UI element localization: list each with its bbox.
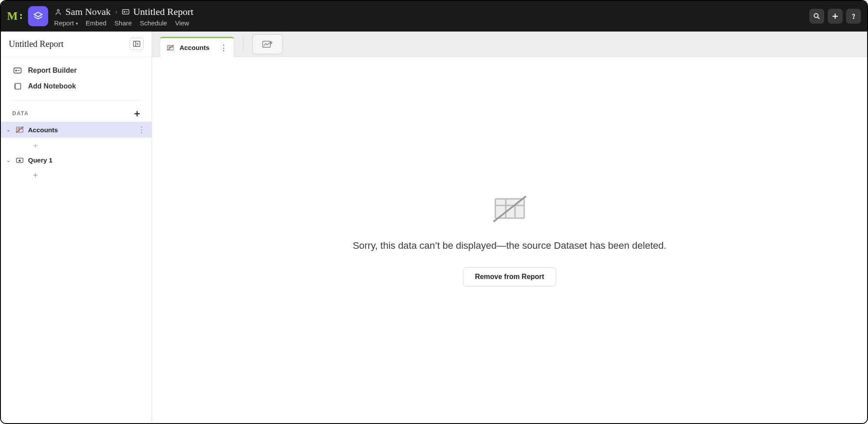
remove-from-report-button[interactable]: Remove from Report [463,267,556,286]
add-data-button[interactable]: ＋ [132,109,142,118]
tab-divider [243,38,243,51]
menubar: Report▾ Embed Share Schedule View [54,19,194,27]
svg-line-26 [167,45,174,50]
sidebar-data-header: DATA ＋ [1,101,152,122]
person-icon [54,8,62,16]
menu-view[interactable]: View [175,19,189,27]
notebook-icon [13,82,22,90]
sidebar-add-notebook[interactable]: Add Notebook [1,78,152,94]
add-button[interactable] [828,9,843,24]
data-item-query1-add[interactable]: ＋ [1,167,152,183]
sidebar-data-label: DATA [12,110,29,117]
breadcrumb-report[interactable]: Untitled Report [122,6,193,18]
menu-schedule[interactable]: Schedule [140,19,167,27]
app-logo[interactable]: M [7,10,22,23]
layers-icon [33,11,43,21]
report-icon [122,9,130,15]
tab-more-button[interactable]: ⋮ [220,43,228,53]
data-item-accounts[interactable]: ⌄ Accounts ⋮ [1,122,152,138]
chart-plus-icon [262,39,273,49]
body: Untitled Report Report Builder Add Noteb… [1,32,867,423]
sidebar: Untitled Report Report Builder Add Noteb… [1,32,152,423]
report-builder-icon [13,67,22,74]
svg-text:∗: ∗ [19,159,21,163]
main: Accounts ⋮ Sorry, this data can’t be dis… [152,32,867,423]
plus-icon [831,12,839,20]
caret-down-icon: ▾ [76,21,78,26]
menu-embed[interactable]: Embed [86,19,107,27]
svg-point-8 [853,18,854,19]
svg-marker-0 [34,12,42,17]
topbar-left: M Sam Novak › Untitled Report Report▾ Em… [7,1,194,32]
tabstrip: Accounts ⋮ [152,32,867,57]
svg-point-4 [814,14,818,18]
breadcrumb: Sam Novak › Untitled Report [54,6,194,18]
panel-collapse-icon [133,40,141,47]
svg-point-12 [15,70,17,71]
workspace-switcher[interactable] [28,6,48,26]
svg-rect-13 [15,83,21,89]
topbar-right [809,1,861,32]
help-button[interactable] [846,9,861,24]
canvas: Sorry, this data can’t be displayed—the … [152,57,867,423]
help-icon [850,12,857,20]
chevron-down-icon[interactable]: ⌄ [5,157,11,163]
breadcrumb-workspace-label: Sam Novak [66,6,111,18]
chevron-down-icon[interactable]: ⌄ [5,127,11,133]
query-icon: ∗ [15,157,25,164]
dataset-broken-icon [166,44,174,51]
breadcrumb-report-label: Untitled Report [133,6,193,18]
sidebar-add-notebook-label: Add Notebook [28,82,76,90]
menu-report[interactable]: Report▾ [54,19,78,27]
svg-line-20 [16,127,24,132]
data-item-more-button[interactable]: ⋮ [138,125,145,134]
tab-accounts[interactable]: Accounts ⋮ [160,37,234,57]
sidebar-report-builder-label: Report Builder [28,67,77,74]
empty-state-message: Sorry, this data can’t be displayed—the … [353,240,666,251]
data-item-label: Query 1 [28,156,145,164]
menu-share[interactable]: Share [114,19,132,27]
search-button[interactable] [809,9,824,24]
dataset-broken-icon [15,126,25,134]
tab-label: Accounts [180,44,215,51]
sidebar-header: Untitled Report [1,32,152,57]
dataset-deleted-illustration [491,194,529,224]
breadcrumb-workspace[interactable]: Sam Novak [54,6,111,18]
collapse-sidebar-button[interactable] [130,38,144,50]
svg-point-3 [124,11,125,12]
sidebar-report-builder[interactable]: Report Builder [1,63,152,78]
add-visualization-button[interactable] [252,34,283,54]
topbar: M Sam Novak › Untitled Report Report▾ Em… [1,1,867,32]
search-icon [813,12,821,20]
breadcrumb-column: Sam Novak › Untitled Report Report▾ Embe… [54,6,194,27]
sidebar-title: Untitled Report [9,39,64,49]
svg-point-1 [57,9,59,11]
data-item-label: Accounts [28,126,134,134]
chevron-right-icon: › [115,8,117,16]
svg-line-5 [818,17,819,19]
sidebar-links: Report Builder Add Notebook [1,57,152,94]
data-item-query1[interactable]: ⌄ ∗ Query 1 [1,153,152,167]
data-item-accounts-add[interactable]: ＋ [1,138,152,153]
